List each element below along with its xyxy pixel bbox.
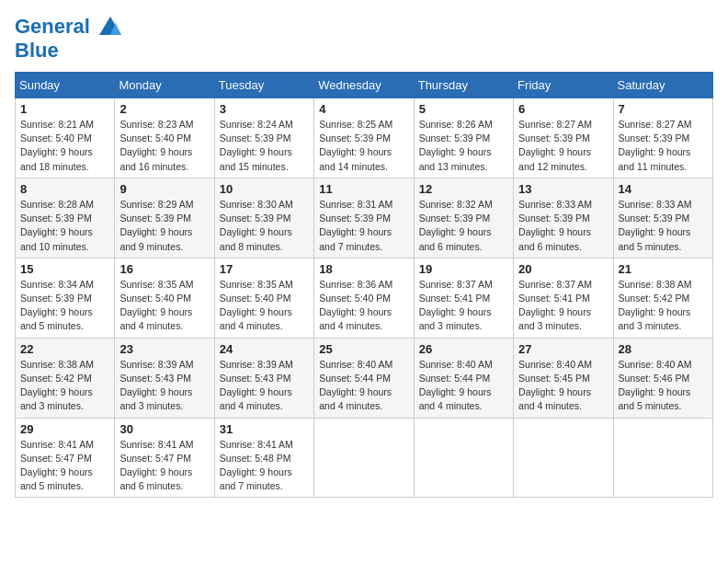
- day-info: Sunrise: 8:35 AM Sunset: 5:40 PM Dayligh…: [119, 278, 209, 334]
- day-number: 6: [518, 102, 608, 116]
- sunset-label: Sunset: 5:39 PM: [419, 132, 491, 144]
- daylight-label: Daylight: 9 hours and 3 minutes.: [619, 306, 691, 331]
- day-cell-13: 13 Sunrise: 8:33 AM Sunset: 5:39 PM Dayl…: [514, 178, 613, 258]
- sunrise-label: Sunrise: 8:40 AM: [419, 359, 493, 370]
- day-info: Sunrise: 8:40 AM Sunset: 5:44 PM Dayligh…: [319, 358, 408, 414]
- day-number: 24: [220, 342, 309, 356]
- sunrise-label: Sunrise: 8:24 AM: [220, 119, 293, 130]
- sunset-label: Sunset: 5:39 PM: [220, 132, 291, 144]
- empty-cell: [514, 418, 613, 498]
- day-info: Sunrise: 8:34 AM Sunset: 5:39 PM Dayligh…: [20, 278, 109, 334]
- sunrise-label: Sunrise: 8:29 AM: [119, 199, 193, 210]
- sunset-label: Sunset: 5:39 PM: [619, 132, 690, 144]
- sunrise-label: Sunrise: 8:25 AM: [319, 119, 392, 130]
- day-info: Sunrise: 8:37 AM Sunset: 5:41 PM Dayligh…: [419, 278, 508, 334]
- daylight-label: Daylight: 9 hours and 14 minutes.: [319, 146, 392, 171]
- day-number: 20: [518, 262, 608, 276]
- day-cell-16: 16 Sunrise: 8:35 AM Sunset: 5:40 PM Dayl…: [115, 258, 214, 338]
- day-cell-22: 22 Sunrise: 8:38 AM Sunset: 5:42 PM Dayl…: [16, 338, 115, 418]
- day-cell-15: 15 Sunrise: 8:34 AM Sunset: 5:39 PM Dayl…: [16, 258, 115, 338]
- empty-cell: [314, 418, 414, 498]
- day-number: 23: [119, 342, 209, 356]
- day-cell-21: 21 Sunrise: 8:38 AM Sunset: 5:42 PM Dayl…: [613, 258, 712, 338]
- sunrise-label: Sunrise: 8:23 AM: [119, 119, 193, 130]
- calendar-header-row: SundayMondayTuesdayWednesdayThursdayFrid…: [16, 73, 713, 98]
- daylight-label: Daylight: 9 hours and 4 minutes.: [119, 306, 192, 331]
- daylight-label: Daylight: 9 hours and 4 minutes.: [319, 386, 392, 411]
- day-number: 19: [419, 262, 508, 276]
- day-info: Sunrise: 8:26 AM Sunset: 5:39 PM Dayligh…: [419, 118, 508, 174]
- sunset-label: Sunset: 5:40 PM: [220, 293, 291, 304]
- sunset-label: Sunset: 5:39 PM: [419, 213, 491, 224]
- sunset-label: Sunset: 5:47 PM: [20, 453, 92, 464]
- day-number: 11: [319, 182, 408, 196]
- daylight-label: Daylight: 9 hours and 5 minutes.: [20, 306, 93, 331]
- calendar-week-5: 29 Sunrise: 8:41 AM Sunset: 5:47 PM Dayl…: [16, 418, 713, 498]
- daylight-label: Daylight: 9 hours and 5 minutes.: [20, 466, 93, 491]
- day-info: Sunrise: 8:31 AM Sunset: 5:39 PM Dayligh…: [319, 198, 408, 254]
- day-cell-17: 17 Sunrise: 8:35 AM Sunset: 5:40 PM Dayl…: [214, 258, 313, 338]
- sunset-label: Sunset: 5:39 PM: [518, 132, 590, 144]
- daylight-label: Daylight: 9 hours and 3 minutes.: [419, 306, 492, 331]
- col-header-sunday: Sunday: [16, 73, 115, 98]
- sunrise-label: Sunrise: 8:39 AM: [220, 359, 293, 370]
- day-cell-1: 1 Sunrise: 8:21 AM Sunset: 5:40 PM Dayli…: [16, 98, 115, 178]
- day-cell-11: 11 Sunrise: 8:31 AM Sunset: 5:39 PM Dayl…: [314, 178, 414, 258]
- sunrise-label: Sunrise: 8:41 AM: [119, 439, 193, 450]
- sunset-label: Sunset: 5:45 PM: [518, 373, 590, 384]
- day-cell-29: 29 Sunrise: 8:41 AM Sunset: 5:47 PM Dayl…: [16, 418, 115, 498]
- day-info: Sunrise: 8:32 AM Sunset: 5:39 PM Dayligh…: [419, 198, 508, 254]
- col-header-monday: Monday: [115, 73, 214, 98]
- daylight-label: Daylight: 9 hours and 15 minutes.: [220, 146, 292, 171]
- day-cell-10: 10 Sunrise: 8:30 AM Sunset: 5:39 PM Dayl…: [214, 178, 313, 258]
- logo: General Blue: [15, 15, 123, 61]
- sunrise-label: Sunrise: 8:28 AM: [20, 199, 94, 210]
- day-cell-25: 25 Sunrise: 8:40 AM Sunset: 5:44 PM Dayl…: [314, 338, 414, 418]
- logo-blue: Blue: [15, 40, 123, 61]
- daylight-label: Daylight: 9 hours and 7 minutes.: [319, 226, 392, 251]
- sunset-label: Sunset: 5:39 PM: [20, 213, 92, 224]
- daylight-label: Daylight: 9 hours and 4 minutes.: [319, 306, 392, 331]
- sunrise-label: Sunrise: 8:33 AM: [619, 199, 692, 210]
- day-cell-24: 24 Sunrise: 8:39 AM Sunset: 5:43 PM Dayl…: [214, 338, 313, 418]
- sunrise-label: Sunrise: 8:32 AM: [419, 199, 493, 210]
- sunrise-label: Sunrise: 8:33 AM: [518, 199, 592, 210]
- daylight-label: Daylight: 9 hours and 4 minutes.: [220, 306, 292, 331]
- day-number: 27: [518, 342, 608, 356]
- day-info: Sunrise: 8:41 AM Sunset: 5:47 PM Dayligh…: [20, 438, 109, 494]
- day-info: Sunrise: 8:38 AM Sunset: 5:42 PM Dayligh…: [619, 278, 708, 334]
- sunrise-label: Sunrise: 8:21 AM: [20, 119, 94, 130]
- sunrise-label: Sunrise: 8:34 AM: [20, 279, 94, 290]
- day-info: Sunrise: 8:41 AM Sunset: 5:48 PM Dayligh…: [220, 438, 309, 494]
- calendar-week-2: 8 Sunrise: 8:28 AM Sunset: 5:39 PM Dayli…: [16, 178, 713, 258]
- daylight-label: Daylight: 9 hours and 6 minutes.: [419, 226, 492, 251]
- day-info: Sunrise: 8:41 AM Sunset: 5:47 PM Dayligh…: [119, 438, 209, 494]
- sunset-label: Sunset: 5:39 PM: [220, 213, 291, 224]
- day-number: 14: [619, 182, 708, 196]
- daylight-label: Daylight: 9 hours and 5 minutes.: [619, 226, 691, 251]
- calendar-week-1: 1 Sunrise: 8:21 AM Sunset: 5:40 PM Dayli…: [16, 98, 713, 178]
- sunrise-label: Sunrise: 8:41 AM: [220, 439, 293, 450]
- day-number: 28: [619, 342, 708, 356]
- day-info: Sunrise: 8:35 AM Sunset: 5:40 PM Dayligh…: [220, 278, 309, 334]
- day-info: Sunrise: 8:40 AM Sunset: 5:46 PM Dayligh…: [619, 358, 708, 414]
- sunrise-label: Sunrise: 8:38 AM: [619, 279, 692, 290]
- col-header-thursday: Thursday: [414, 73, 513, 98]
- day-number: 18: [319, 262, 408, 276]
- day-info: Sunrise: 8:29 AM Sunset: 5:39 PM Dayligh…: [119, 198, 209, 254]
- sunrise-label: Sunrise: 8:37 AM: [419, 279, 493, 290]
- sunrise-label: Sunrise: 8:36 AM: [319, 279, 392, 290]
- logo-icon: [97, 15, 123, 40]
- day-info: Sunrise: 8:38 AM Sunset: 5:42 PM Dayligh…: [20, 358, 109, 414]
- sunset-label: Sunset: 5:44 PM: [319, 373, 391, 384]
- sunrise-label: Sunrise: 8:35 AM: [119, 279, 193, 290]
- sunrise-label: Sunrise: 8:30 AM: [220, 199, 293, 210]
- day-number: 3: [220, 102, 309, 116]
- day-cell-9: 9 Sunrise: 8:29 AM Sunset: 5:39 PM Dayli…: [115, 178, 214, 258]
- day-cell-6: 6 Sunrise: 8:27 AM Sunset: 5:39 PM Dayli…: [514, 98, 613, 178]
- day-cell-31: 31 Sunrise: 8:41 AM Sunset: 5:48 PM Dayl…: [214, 418, 313, 498]
- day-info: Sunrise: 8:36 AM Sunset: 5:40 PM Dayligh…: [319, 278, 408, 334]
- sunset-label: Sunset: 5:44 PM: [419, 373, 491, 384]
- sunset-label: Sunset: 5:39 PM: [119, 213, 191, 224]
- day-number: 7: [619, 102, 708, 116]
